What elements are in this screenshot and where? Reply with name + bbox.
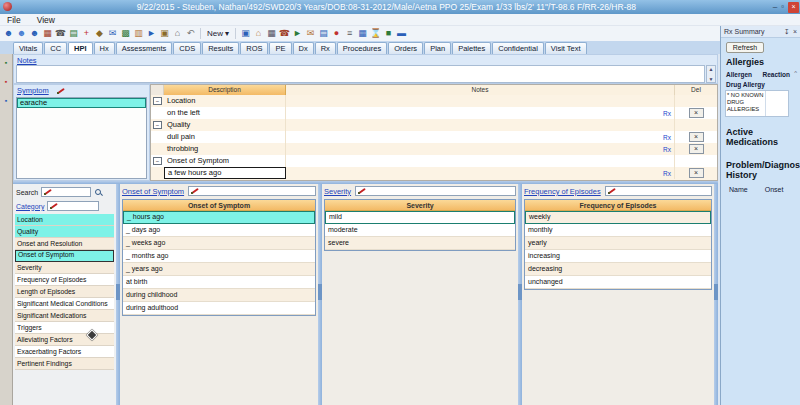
pin-icon[interactable]: ↧ <box>784 28 790 36</box>
patient-add-icon[interactable]: ☻ <box>16 27 27 40</box>
tasks-icon[interactable]: ≡ <box>344 27 355 40</box>
category-item-length-of-episodes[interactable]: Length of Episodes <box>15 286 114 298</box>
tab-hpi[interactable]: HPI <box>68 42 93 54</box>
delete-row-button[interactable]: × <box>689 108 704 118</box>
tab-results[interactable]: Results <box>202 42 239 54</box>
alerts-icon[interactable]: ● <box>331 27 342 40</box>
print-icon[interactable]: ▦ <box>266 27 277 40</box>
patient-search-icon[interactable]: ☻ <box>29 27 40 40</box>
category-link[interactable]: Category <box>16 203 44 210</box>
edit-pencil-icon[interactable] <box>608 187 617 195</box>
notes-scrollbar[interactable]: ▲ ▼ <box>706 65 716 83</box>
table-row-throbbing[interactable]: throbbing Rx × <box>151 143 717 155</box>
symptom-link[interactable]: Symptom <box>17 86 49 95</box>
education-icon[interactable]: ▥ <box>133 27 144 40</box>
list-item-monthly[interactable]: monthly <box>525 224 711 237</box>
category-item-exacerbating-factors[interactable]: Exacerbating Factors <box>15 346 114 358</box>
appointments-icon[interactable]: ▦ <box>42 27 53 40</box>
report-icon[interactable]: ▤ <box>318 27 329 40</box>
frequency-input[interactable] <box>605 186 712 196</box>
phone-icon[interactable]: ☎ <box>55 27 66 40</box>
vertical-splitter[interactable] <box>714 184 718 405</box>
collapsed-notes-icon[interactable]: ▪ <box>5 78 7 85</box>
list-item-weekly[interactable]: weekly <box>525 211 711 224</box>
fax-icon[interactable]: ☎ <box>279 27 290 40</box>
category-filter-input[interactable] <box>47 201 99 211</box>
panel-close-icon[interactable]: × <box>793 28 797 36</box>
frequency-link[interactable]: Frequency of Episodes <box>524 187 601 196</box>
category-item-pertinent-findings[interactable]: Pertinent Findings <box>15 358 114 370</box>
search-icon[interactable] <box>94 188 103 197</box>
edit-pencil-icon[interactable] <box>191 187 200 195</box>
tab-visit-text[interactable]: Visit Text <box>545 42 587 54</box>
tab-orders[interactable]: Orders <box>388 42 423 54</box>
delete-row-button[interactable]: × <box>689 132 704 142</box>
printer-icon[interactable]: ▬ <box>396 27 407 40</box>
edit-pencil-icon[interactable] <box>57 87 66 95</box>
category-item-significant-medical-conditions[interactable]: Significant Medical Conditions <box>15 298 114 310</box>
notes-textarea[interactable] <box>16 65 705 83</box>
tab-confidential[interactable]: Confidential <box>492 42 544 54</box>
minimize-button[interactable]: – <box>773 2 777 12</box>
list-item-yearly[interactable]: yearly <box>525 237 711 250</box>
editing-cell[interactable]: a few hours ago <box>164 167 286 179</box>
tab-dx[interactable]: Dx <box>293 42 314 54</box>
category-item-significant-medications[interactable]: Significant Medications <box>15 310 114 322</box>
scroll-caret-icon[interactable]: ^ <box>794 70 797 76</box>
tab-pe[interactable]: PE <box>269 42 291 54</box>
collapse-icon[interactable]: − <box>153 157 162 165</box>
list-item-days-ago[interactable]: _ days ago <box>123 224 315 237</box>
notes-link[interactable]: Notes <box>17 56 37 65</box>
table-row-dull-pain[interactable]: dull pain Rx × <box>151 131 717 143</box>
history-icon[interactable]: ⌛ <box>370 27 381 40</box>
onset-input[interactable] <box>188 186 316 196</box>
list-item-mild[interactable]: mild <box>325 211 515 224</box>
category-item-onset-and-resolution[interactable]: Onset and Resolution <box>15 238 114 250</box>
list-item-moderate[interactable]: moderate <box>325 224 515 237</box>
onset-link[interactable]: Onset of Symptom <box>122 187 184 196</box>
menu-view[interactable]: View <box>37 15 55 25</box>
table-row-a-few-hours-ago[interactable]: a few hours ago Rx × <box>151 167 717 179</box>
images-icon[interactable]: ▩ <box>120 27 131 40</box>
list-item-hours-ago[interactable]: _ hours ago <box>123 211 315 224</box>
undo-icon[interactable]: ↶ <box>185 27 196 40</box>
refresh-button[interactable]: Refresh <box>726 42 764 53</box>
list-item-at-birth[interactable]: at birth <box>123 276 315 289</box>
delete-row-button[interactable]: × <box>689 144 704 154</box>
tab-cc[interactable]: CC <box>44 42 67 54</box>
labs-icon[interactable]: ◆ <box>94 27 105 40</box>
close-button[interactable]: × <box>788 2 799 13</box>
list-item-during-childhood[interactable]: during childhood <box>123 289 315 302</box>
medications-icon[interactable]: + <box>81 27 92 40</box>
delete-row-button[interactable]: × <box>689 168 704 178</box>
tab-hx[interactable]: Hx <box>94 42 115 54</box>
maximize-button[interactable]: ▫ <box>781 2 784 12</box>
category-item-location[interactable]: Location <box>15 214 114 226</box>
tab-procedures[interactable]: Procedures <box>337 42 387 54</box>
collapse-icon[interactable]: − <box>153 121 162 129</box>
list-item-weeks-ago[interactable]: _ weeks ago <box>123 237 315 250</box>
rx-link[interactable]: Rx <box>663 110 671 117</box>
category-item-alleviating-factors[interactable]: Alleviating Factors <box>15 334 114 346</box>
search-input[interactable] <box>41 187 91 197</box>
edit-pencil-icon[interactable] <box>44 188 53 196</box>
documents-icon[interactable]: ▣ <box>159 27 170 40</box>
home-icon[interactable]: ⌂ <box>172 27 183 40</box>
collapsed-chart-icon[interactable]: ▪ <box>5 59 7 66</box>
collapse-icon[interactable]: − <box>153 97 162 105</box>
rx-link[interactable]: Rx <box>663 146 671 153</box>
scroll-up-icon[interactable]: ▲ <box>709 66 714 72</box>
list-item-months-ago[interactable]: _ months ago <box>123 250 315 263</box>
list-item-during-adulthood[interactable]: during adulthood <box>123 302 315 315</box>
collapsed-panel-icon[interactable]: ▪ <box>5 97 7 104</box>
scroll-down-icon[interactable]: ▼ <box>709 76 714 82</box>
new-dropdown-button[interactable]: New ▾ <box>207 29 229 38</box>
tab-ros[interactable]: ROS <box>240 42 268 54</box>
tab-cds[interactable]: CDS <box>173 42 201 54</box>
chart-icon[interactable]: ▤ <box>68 27 79 40</box>
mail-icon[interactable]: ✉ <box>305 27 316 40</box>
tab-vitals[interactable]: Vitals <box>13 42 43 54</box>
category-item-quality[interactable]: Quality <box>15 226 114 238</box>
category-item-triggers[interactable]: Triggers <box>15 322 114 334</box>
list-item-unchanged[interactable]: unchanged <box>525 276 711 289</box>
